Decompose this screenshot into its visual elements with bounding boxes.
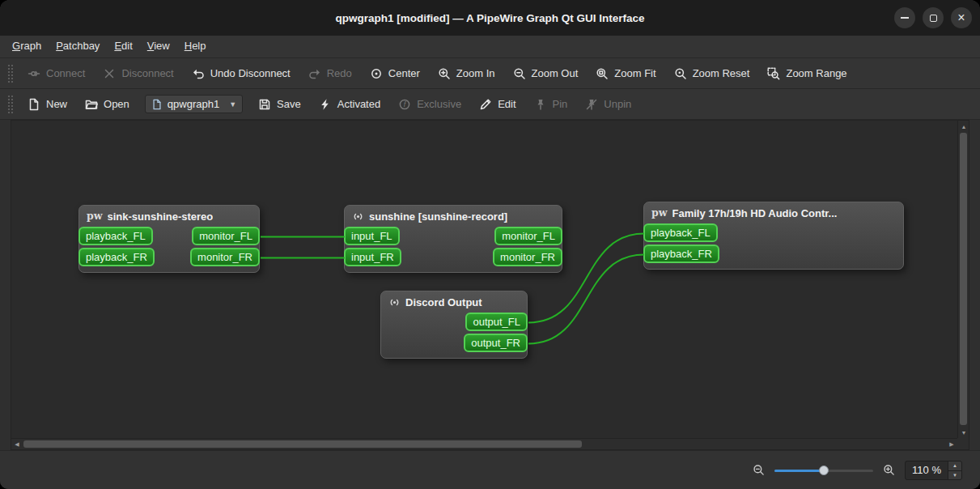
menubar: Graph Patchbay Edit View Help <box>0 36 980 58</box>
unpin-button[interactable]: Unpin <box>576 92 640 117</box>
disconnect-button[interactable]: Disconnect <box>94 62 182 86</box>
minimize-icon <box>901 17 909 19</box>
canvas-frame: ▲ ▼ ◀ ▶ pwsink-sunshine-stereoplayback_F… <box>0 120 980 450</box>
toolbar-drag-handle[interactable] <box>8 65 13 83</box>
scroll-up-icon[interactable]: ▲ <box>958 121 969 132</box>
zoom-fit-icon <box>596 67 609 80</box>
port-playback_FR[interactable]: playback_FR <box>78 248 155 266</box>
port-input_FL[interactable]: input_FL <box>344 227 400 245</box>
zoom-spin-arrows: ▲ ▼ <box>948 461 961 479</box>
graph-node-sunshine[interactable]: sunshine [sunshine-record]input_FLinput_… <box>344 205 562 273</box>
vertical-scroll-thumb[interactable] <box>960 133 967 425</box>
port-playback_FR[interactable]: playback_FR <box>643 244 719 263</box>
open-button[interactable]: Open <box>76 92 138 117</box>
zoom-out-icon <box>513 67 526 80</box>
zoom-range-button[interactable]: Zoom Range <box>758 62 855 86</box>
close-button[interactable]: × <box>951 7 972 28</box>
connections-layer <box>11 121 969 449</box>
save-icon <box>258 98 271 111</box>
statusbar-zoom-in-button[interactable] <box>883 464 895 476</box>
zoom-in-button[interactable]: Zoom In <box>429 62 504 86</box>
port-monitor_FR[interactable]: monitor_FR <box>493 248 562 266</box>
activated-label: Activated <box>337 98 380 110</box>
menu-graph[interactable]: Graph <box>5 36 49 57</box>
audio-app-icon <box>352 210 364 223</box>
graph-node-sink-sunshine-stereo[interactable]: pwsink-sunshine-stereoplayback_FLplaybac… <box>78 205 260 273</box>
port-monitor_FL[interactable]: monitor_FL <box>494 227 562 245</box>
zoom-slider[interactable] <box>774 465 873 476</box>
exclusive-button[interactable]: f Exclusive <box>389 92 470 117</box>
menu-view[interactable]: View <box>140 36 177 57</box>
connect-icon <box>28 67 40 80</box>
zoom-range-icon <box>767 67 780 80</box>
activated-button[interactable]: Activated <box>310 92 389 117</box>
port-monitor_FR[interactable]: monitor_FR <box>190 248 260 266</box>
patchbay-combo[interactable]: qpwgraph1 ▼ <box>145 95 243 113</box>
new-file-icon <box>28 98 40 111</box>
zoom-reset-button[interactable]: Zoom Reset <box>665 62 759 86</box>
port-output_FR[interactable]: output_FR <box>464 334 528 352</box>
save-button[interactable]: Save <box>249 92 310 117</box>
zoom-slider-handle[interactable] <box>819 466 829 475</box>
maximize-button[interactable] <box>923 7 944 28</box>
statusbar-zoom-out-button[interactable] <box>753 464 765 476</box>
vertical-scrollbar[interactable]: ▲ ▼ <box>957 121 969 438</box>
zoom-out-button[interactable]: Zoom Out <box>504 62 588 86</box>
pin-label: Pin <box>553 98 568 110</box>
center-icon <box>370 67 383 80</box>
scroll-right-icon[interactable]: ▶ <box>946 439 957 450</box>
horizontal-scrollbar[interactable]: ◀ ▶ <box>11 438 957 449</box>
connect-label: Connect <box>46 67 85 79</box>
connect-button[interactable]: Connect <box>19 62 94 86</box>
node-title: sunshine [sunshine-record] <box>369 210 507 223</box>
port-input_FR[interactable]: input_FR <box>344 248 401 266</box>
graph-node-family-hd-audio[interactable]: pwFamily 17h/19h HD Audio Contr...playba… <box>643 202 904 270</box>
pin-icon <box>534 98 547 111</box>
chevron-down-icon: ▼ <box>229 100 236 108</box>
port-monitor_FL[interactable]: monitor_FL <box>192 227 260 245</box>
audio-app-icon <box>388 296 401 308</box>
horizontal-scroll-thumb[interactable] <box>23 440 582 448</box>
toolbar-drag-handle[interactable] <box>8 96 13 113</box>
center-label: Center <box>388 67 420 79</box>
minimize-button[interactable] <box>894 7 915 28</box>
graph-node-discord-output[interactable]: Discord Outputoutput_FLoutput_FR <box>380 291 528 359</box>
pipewire-icon: pw <box>87 211 103 222</box>
svg-text:f: f <box>404 100 407 108</box>
port-playback_FL[interactable]: playback_FL <box>78 227 153 245</box>
scroll-left-icon[interactable]: ◀ <box>11 439 23 450</box>
edit-button[interactable]: Edit <box>470 92 524 117</box>
zoom-fit-label: Zoom Fit <box>614 67 655 79</box>
menu-edit[interactable]: Edit <box>107 36 139 57</box>
zoom-in-icon <box>438 67 451 80</box>
node-title: Discord Output <box>405 296 482 308</box>
zoom-spinbox[interactable]: 110 % ▲ ▼ <box>905 461 962 480</box>
graph-canvas[interactable]: ▲ ▼ ◀ ▶ pwsink-sunshine-stereoplayback_F… <box>11 120 969 450</box>
pin-button[interactable]: Pin <box>525 92 577 117</box>
redo-button[interactable]: Redo <box>299 62 361 86</box>
center-button[interactable]: Center <box>361 62 429 86</box>
titlebar[interactable]: qpwgraph1 [modified] — A PipeWire Graph … <box>0 0 980 36</box>
zoom-spin-down[interactable]: ▼ <box>948 470 961 479</box>
activated-bolt-icon <box>319 98 332 111</box>
window-title: qpwgraph1 [modified] — A PipeWire Graph … <box>0 12 980 24</box>
menu-help[interactable]: Help <box>177 36 214 57</box>
port-output_FL[interactable]: output_FL <box>465 313 528 331</box>
zoom-value[interactable]: 110 % <box>906 464 948 476</box>
menu-patchbay[interactable]: Patchbay <box>49 36 107 57</box>
toolbar-file: New Open qpwgraph1 ▼ Save Activated f Ex… <box>0 89 980 120</box>
edit-pencil-icon <box>479 98 492 111</box>
scroll-down-icon[interactable]: ▼ <box>958 427 969 438</box>
maximize-icon <box>930 15 937 22</box>
port-playback_FL[interactable]: playback_FL <box>643 223 718 242</box>
undo-disconnect-button[interactable]: Undo Disconnect <box>183 62 299 86</box>
zoom-fit-button[interactable]: Zoom Fit <box>587 62 664 86</box>
edit-label: Edit <box>498 98 515 110</box>
pipewire-icon: pw <box>651 208 668 219</box>
new-button[interactable]: New <box>19 92 76 117</box>
zoom-slider-fill <box>774 470 824 472</box>
node-title: sink-sunshine-stereo <box>108 210 214 223</box>
patchbay-file-icon <box>151 99 163 110</box>
node-header: Discord Output <box>381 291 527 312</box>
zoom-spin-up[interactable]: ▲ <box>948 461 961 470</box>
